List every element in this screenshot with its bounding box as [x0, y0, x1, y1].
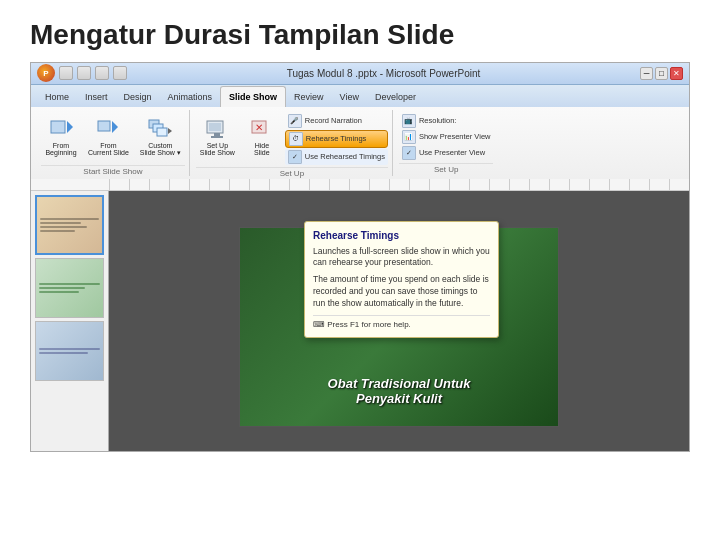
- from-current-icon: [95, 116, 121, 142]
- start-slideshow-buttons: FromBeginning FromCurrent Slide: [41, 110, 185, 163]
- slide-text: Obat Tradisional Untuk Penyakit Kulit: [328, 376, 471, 406]
- tooltip-footer: ⌨ Press F1 for more help.: [313, 315, 490, 329]
- setup-slideshow-button[interactable]: Set UpSlide Show: [196, 113, 239, 165]
- use-presenter-icon: ✓: [402, 146, 416, 160]
- close-button[interactable]: ✕: [670, 67, 683, 80]
- slide-line: [40, 218, 99, 220]
- record-narration-icon: 🎤: [288, 114, 302, 128]
- ribbon-content: FromBeginning FromCurrent Slide: [31, 107, 689, 179]
- svg-rect-2: [98, 121, 110, 131]
- quick-access-btn-1[interactable]: [59, 66, 73, 80]
- canvas-area: Obat Tradisional Untuk Penyakit Kulit Re…: [109, 191, 689, 452]
- slide-line: [39, 352, 87, 354]
- office-button[interactable]: P: [37, 64, 55, 82]
- svg-rect-9: [209, 123, 221, 131]
- page-title-area: Mengatur Durasi Tampilan Slide: [0, 0, 720, 62]
- setup-right-buttons: 🎤 Record Narration ⏱ Rehearse Timings ✓ …: [285, 113, 388, 165]
- title-bar: P Tugas Modul 8 .pptx - Microsoft PowerP…: [31, 63, 689, 85]
- tooltip-body-2: The amount of time you spend on each sli…: [313, 274, 490, 310]
- tooltip-title: Rehearse Timings: [313, 230, 490, 241]
- show-presenter-icon: 📊: [402, 130, 416, 144]
- tab-review[interactable]: Review: [286, 87, 332, 107]
- svg-rect-10: [214, 133, 220, 136]
- show-presenter-label: Show Presenter View: [419, 132, 491, 141]
- maximize-button[interactable]: □: [655, 67, 668, 80]
- slide-thumb-3[interactable]: 3: [35, 321, 104, 381]
- slide-lines-2: [39, 283, 99, 293]
- slide-lines-1: [40, 218, 99, 232]
- setup-slideshow-icon: [204, 116, 230, 142]
- use-rehearsed-icon: ✓: [288, 150, 302, 164]
- start-slideshow-group-label: Start Slide Show: [41, 165, 185, 176]
- page-title: Mengatur Durasi Tampilan Slide: [30, 18, 690, 52]
- tooltip-body-1: Launches a full-screen slide show in whi…: [313, 246, 490, 270]
- slide-text-line2: Penyakit Kulit: [328, 391, 471, 406]
- custom-slideshow-icon: [147, 116, 173, 142]
- svg-rect-0: [51, 121, 65, 133]
- from-current-button[interactable]: FromCurrent Slide: [84, 113, 133, 163]
- horizontal-ruler: [31, 179, 689, 191]
- slide-line: [39, 287, 84, 289]
- svg-rect-11: [211, 136, 223, 138]
- tab-insert[interactable]: Insert: [77, 87, 116, 107]
- slide-thumb-1[interactable]: 1: [35, 195, 104, 255]
- ribbon-tabs: Home Insert Design Animations Slide Show…: [31, 85, 689, 107]
- from-beginning-label: FromBeginning: [45, 142, 76, 157]
- tab-developer[interactable]: Developer: [367, 87, 424, 107]
- rehearse-timings-button[interactable]: ⏱ Rehearse Timings: [285, 130, 388, 148]
- record-narration-button[interactable]: 🎤 Record Narration: [285, 113, 388, 129]
- resolution-button[interactable]: 📺 Resolution:: [399, 113, 494, 129]
- window-title: Tugas Modul 8 .pptx - Microsoft PowerPoi…: [127, 68, 640, 79]
- custom-slideshow-label: CustomSlide Show ▾: [140, 142, 181, 157]
- setup-group-label: Set Up: [196, 167, 388, 178]
- use-presenter-button[interactable]: ✓ Use Presenter View: [399, 145, 494, 161]
- from-current-label: FromCurrent Slide: [88, 142, 129, 157]
- tab-design[interactable]: Design: [116, 87, 160, 107]
- hide-slide-button[interactable]: ✕ HideSlide: [242, 113, 282, 165]
- slide-line: [40, 226, 87, 228]
- monitors-group-label: Set Up: [399, 163, 494, 174]
- ribbon-group-monitors: 📺 Resolution: 📊 Show Presenter View ✓ Us…: [395, 110, 498, 176]
- resolution-label: Resolution:: [419, 116, 457, 125]
- ribbon-group-setup: Set UpSlide Show ✕ HideSlide 🎤 Record Na…: [192, 110, 393, 176]
- quick-access-btn-2[interactable]: [77, 66, 91, 80]
- show-presenter-button[interactable]: 📊 Show Presenter View: [399, 129, 494, 145]
- f1-icon: ⌨: [313, 320, 325, 329]
- slide-line: [40, 230, 75, 232]
- title-bar-left: P: [37, 64, 127, 82]
- window-controls: ─ □ ✕: [640, 67, 683, 80]
- minimize-button[interactable]: ─: [640, 67, 653, 80]
- use-presenter-label: Use Presenter View: [419, 148, 485, 157]
- tab-animations[interactable]: Animations: [160, 87, 221, 107]
- resolution-icon: 📺: [402, 114, 416, 128]
- quick-access-btn-4[interactable]: [113, 66, 127, 80]
- slide-line: [40, 222, 81, 224]
- tab-slideshow[interactable]: Slide Show: [220, 86, 286, 107]
- svg-text:✕: ✕: [255, 122, 263, 133]
- quick-access-btn-3[interactable]: [95, 66, 109, 80]
- setup-buttons: Set UpSlide Show ✕ HideSlide 🎤 Record Na…: [196, 110, 388, 165]
- slide-content-3: [36, 322, 103, 380]
- slide-line: [39, 291, 78, 293]
- slide-content-2: [36, 259, 103, 317]
- from-beginning-icon: [48, 116, 74, 142]
- slides-panel: 1 2: [31, 191, 109, 452]
- use-rehearsed-timings-button[interactable]: ✓ Use Rehearsed Timings: [285, 149, 388, 165]
- slide-line: [39, 283, 99, 285]
- svg-marker-7: [168, 128, 172, 134]
- from-beginning-button[interactable]: FromBeginning: [41, 113, 81, 163]
- svg-marker-1: [67, 121, 73, 133]
- rehearse-timings-tooltip: Rehearse Timings Launches a full-screen …: [304, 221, 499, 338]
- custom-slideshow-button[interactable]: CustomSlide Show ▾: [136, 113, 185, 163]
- slide-thumb-2[interactable]: 2: [35, 258, 104, 318]
- use-rehearsed-label: Use Rehearsed Timings: [305, 152, 385, 161]
- slide-text-line1: Obat Tradisional Untuk: [328, 376, 471, 391]
- tab-view[interactable]: View: [332, 87, 367, 107]
- svg-rect-6: [157, 128, 167, 136]
- tab-home[interactable]: Home: [37, 87, 77, 107]
- svg-marker-3: [112, 121, 118, 133]
- rehearse-timings-label: Rehearse Timings: [306, 134, 366, 143]
- main-area: 1 2: [31, 191, 689, 452]
- slide-line: [39, 348, 99, 350]
- tooltip-footer-text: Press F1 for more help.: [327, 320, 411, 329]
